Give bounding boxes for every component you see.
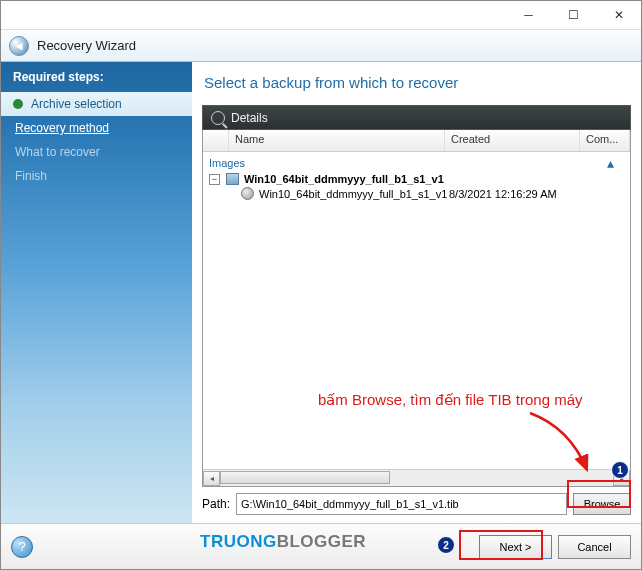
category-row[interactable]: Images ▴ (203, 154, 630, 172)
path-input[interactable] (236, 493, 567, 515)
cancel-button[interactable]: Cancel (558, 535, 631, 559)
col-expand[interactable] (203, 130, 229, 151)
archive-parent-row[interactable]: − Win10_64bit_ddmmyyy_full_b1_s1_v1 (203, 172, 630, 186)
step-label: Recovery method (15, 121, 109, 135)
archive-created: 8/3/2021 12:16:29 AM (449, 188, 584, 200)
collapse-icon[interactable]: ▴ (607, 155, 626, 171)
step-what-to-recover: What to recover (1, 140, 192, 164)
archive-child-name: Win10_64bit_ddmmyyy_full_b1_s1_v1 (259, 188, 449, 200)
column-headers: Name Created Com... (203, 130, 630, 152)
body: Required steps: Archive selection Recove… (1, 62, 641, 523)
annotation-box-next (459, 530, 543, 560)
back-icon[interactable]: ◄ (9, 36, 29, 56)
watermark-part1: TRUONG (200, 532, 277, 551)
col-created[interactable]: Created (445, 130, 580, 151)
col-name[interactable]: Name (229, 130, 445, 151)
scroll-left-icon[interactable]: ◂ (203, 471, 220, 486)
archive-list: Name Created Com... Images ▴ − Win10_64b… (202, 130, 631, 487)
step-label: What to recover (15, 145, 100, 159)
sidebar-heading: Required steps: (1, 62, 192, 92)
annotation-hint: bấm Browse, tìm đến file TIB trong máy (318, 391, 582, 409)
header: ◄ Recovery Wizard (1, 30, 641, 62)
disk-icon (226, 173, 239, 185)
watermark-part2: BLOGGER (277, 532, 366, 551)
sidebar: Required steps: Archive selection Recove… (1, 62, 192, 523)
expand-toggle-icon[interactable]: − (209, 174, 220, 185)
step-label: Archive selection (31, 97, 122, 111)
annotation-box-browse (567, 480, 631, 508)
step-recovery-method[interactable]: Recovery method (1, 116, 192, 140)
archive-name: Win10_64bit_ddmmyyy_full_b1_s1_v1 (244, 173, 626, 185)
scroll-track[interactable] (220, 471, 613, 486)
titlebar: ─ ☐ ✕ (1, 1, 641, 30)
close-button[interactable]: ✕ (596, 1, 641, 29)
page-title: Select a backup from which to recover (202, 70, 631, 105)
category-label: Images (209, 157, 245, 169)
details-label: Details (231, 111, 268, 125)
annotation-badge-1: 1 (611, 461, 629, 479)
step-archive-selection[interactable]: Archive selection (1, 92, 192, 116)
help-icon[interactable]: ? (11, 536, 33, 558)
volume-icon (241, 187, 254, 200)
rows: Images ▴ − Win10_64bit_ddmmyyy_full_b1_s… (203, 152, 630, 469)
scroll-thumb[interactable] (220, 471, 390, 484)
minimize-button[interactable]: ─ (506, 1, 551, 29)
maximize-button[interactable]: ☐ (551, 1, 596, 29)
step-finish: Finish (1, 164, 192, 188)
archive-child-row[interactable]: Win10_64bit_ddmmyyy_full_b1_s1_v1 8/3/20… (203, 186, 630, 201)
magnifier-icon (211, 111, 225, 125)
col-comments[interactable]: Com... (580, 130, 630, 151)
recovery-wizard-window: ─ ☐ ✕ ◄ Recovery Wizard Required steps: … (0, 0, 642, 570)
horizontal-scrollbar[interactable]: ◂ ▸ (203, 469, 630, 486)
step-label: Finish (15, 169, 47, 183)
path-label: Path: (202, 497, 230, 511)
annotation-badge-2: 2 (437, 536, 455, 554)
window-title: Recovery Wizard (37, 38, 136, 53)
details-toolbar[interactable]: Details (202, 105, 631, 130)
watermark: TRUONGBLOGGER (200, 532, 366, 552)
main-panel: Select a backup from which to recover De… (192, 62, 641, 523)
